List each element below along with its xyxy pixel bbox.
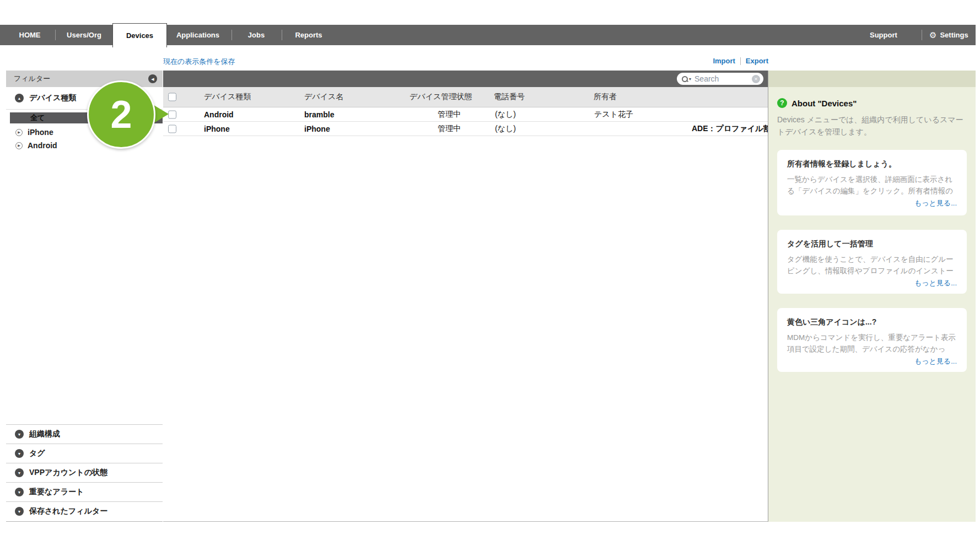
about-header: ? About "Devices": [777, 98, 857, 108]
tree-arrow-icon: ▶: [15, 129, 23, 136]
cell-phone: (なし): [495, 110, 516, 120]
filter-item-all-label: 全て: [30, 113, 45, 123]
search-icon[interactable]: [682, 76, 688, 82]
nav-tab-devices[interactable]: Devices: [112, 23, 167, 47]
tip-card-tags: タグを活用して一括管理 タグ機能を使うことで、デバイスを自由にグルーピングし、情…: [777, 230, 967, 294]
col-owner: 所有者: [594, 92, 617, 102]
search-box: ▾ ×: [677, 73, 763, 85]
help-panel-top-strip: [768, 71, 976, 87]
table-header-row: デバイス種類 デバイス名 デバイス管理状態 電話番号 所有者: [163, 87, 768, 107]
section-tags-label: タグ: [29, 449, 45, 458]
nav-divider: [282, 30, 282, 40]
row-checkbox[interactable]: [168, 125, 176, 133]
see-more-link[interactable]: もっと見る...: [914, 199, 957, 207]
chevron-down-icon: ▼: [15, 468, 24, 477]
about-title: About "Devices": [791, 99, 857, 108]
cell-device-type: Android: [204, 110, 234, 119]
chevron-down-icon: ▼: [15, 430, 24, 439]
filter-item-iphone-label: iPhone: [28, 128, 53, 137]
top-navbar: HOME Users/Org Devices Applications Jobs…: [0, 25, 976, 45]
col-device-type: デバイス種類: [204, 92, 251, 102]
col-device-name: デバイス名: [304, 92, 343, 102]
chevron-up-icon: ▲: [15, 94, 24, 102]
callout-step-number: 2: [111, 93, 132, 137]
cell-mgmt-status: 管理中: [438, 110, 461, 120]
callout-step-badge: 2: [87, 80, 155, 149]
nav-divider: [231, 30, 232, 40]
filter-item-android-label: Android: [28, 141, 57, 150]
filter-header: フィルター ◀: [6, 71, 163, 87]
nav-divider: [55, 30, 56, 40]
filter-title: フィルター: [14, 74, 50, 84]
section-saved-filters-label: 保存されたフィルター: [29, 506, 107, 516]
tip-title: 黄色い三角アイコンは...?: [787, 317, 957, 327]
cell-mgmt-status: 管理中: [438, 124, 461, 134]
nav-tab-users-org[interactable]: Users/Org: [58, 25, 110, 45]
section-important-alerts-label: 重要なアラート: [29, 487, 84, 497]
tip-title: 所有者情報を登録しましょう。: [787, 159, 957, 169]
col-mgmt-status: デバイス管理状態: [410, 92, 472, 102]
nav-tab-jobs[interactable]: Jobs: [234, 25, 278, 45]
cell-device-name: bramble: [304, 110, 334, 119]
settings-label: Settings: [940, 31, 968, 39]
tip-body: タグ機能を使うことで、デバイスを自由にグルーピングし、情報取得やプロファイルのイ…: [787, 254, 957, 277]
chevron-down-icon: ▼: [15, 488, 24, 496]
question-icon: ?: [777, 98, 787, 108]
section-important-alerts[interactable]: ▼ 重要なアラート: [6, 482, 163, 501]
section-org-structure-label: 組織構成: [29, 429, 60, 439]
section-vpp-account-label: VPPアカウントの状態: [29, 468, 107, 478]
nav-tab-reports[interactable]: Reports: [284, 25, 333, 45]
cell-device-name: iPhone: [304, 125, 330, 133]
chevron-down-icon: ▼: [15, 507, 24, 516]
device-table: ▾ × デバイス種類 デバイス名 デバイス管理状態 電話番号 所有者 Andro…: [163, 71, 768, 522]
table-toolbar: ▾ ×: [163, 71, 768, 87]
tip-card-yellow-triangle: 黄色い三角アイコンは...? MDMからコマンドを実行し、重要なアラート表示項目…: [777, 308, 967, 372]
cell-phone: (なし): [495, 124, 516, 134]
nav-tab-applications[interactable]: Applications: [170, 25, 226, 45]
table-row[interactable]: Android bramble 管理中 (なし) テスト花子: [163, 107, 768, 122]
section-device-type-label: デバイス種類: [29, 93, 76, 103]
tree-arrow-icon: ▶: [15, 142, 23, 149]
see-more-link[interactable]: もっと見る...: [914, 279, 957, 287]
section-tags[interactable]: ▼ タグ: [6, 444, 163, 463]
clear-search-icon[interactable]: ×: [752, 75, 760, 83]
search-scope-caret-icon[interactable]: ▾: [689, 77, 691, 82]
table-row[interactable]: iPhone iPhone 管理中 (なし) ADE：プロファイル割: [163, 122, 768, 136]
page: HOME Users/Org Devices Applications Jobs…: [0, 0, 980, 551]
tip-title: タグを活用して一括管理: [787, 239, 957, 249]
support-link[interactable]: Support: [870, 25, 897, 45]
section-saved-filters[interactable]: ▼ 保存されたフィルター: [6, 501, 163, 521]
tip-card-owner-info: 所有者情報を登録しましょう。 一覧からデバイスを選択後、詳細画面に表示される「デ…: [777, 150, 967, 215]
save-current-view-link[interactable]: 現在の表示条件を保存: [163, 57, 235, 67]
cell-ade-status: ADE：プロファイル割: [692, 124, 768, 134]
select-all-checkbox[interactable]: [168, 93, 176, 101]
support-label: Support: [870, 31, 897, 39]
export-link[interactable]: Export: [746, 57, 768, 65]
section-vpp-account[interactable]: ▼ VPPアカウントの状態: [6, 463, 163, 482]
import-link[interactable]: Import: [713, 57, 735, 65]
col-phone-number: 電話番号: [494, 92, 525, 102]
chevron-down-icon: ▼: [15, 449, 24, 458]
nav-tab-home[interactable]: HOME: [10, 25, 50, 45]
section-org-structure[interactable]: ▼ 組織構成: [6, 424, 163, 444]
tip-body: MDMからコマンドを実行し、重要なアラート表示項目で設定した期間、デバイスの応答…: [787, 332, 957, 355]
cell-owner: テスト花子: [594, 110, 633, 120]
see-more-link[interactable]: もっと見る...: [914, 357, 957, 365]
gear-icon: ⚙: [929, 31, 936, 39]
about-intro: Devices メニューでは、組織内で利用しているスマートデバイスを管理します。: [777, 114, 967, 138]
link-separator: [740, 57, 741, 65]
cell-device-type: iPhone: [204, 125, 230, 133]
row-checkbox[interactable]: [168, 110, 176, 118]
nav-divider: [922, 30, 922, 40]
import-export-links: Import Export: [704, 57, 768, 65]
tip-body: 一覧からデバイスを選択後、詳細画面に表示される「デバイスの編集」をクリック。所有…: [787, 174, 957, 197]
search-input[interactable]: [692, 74, 751, 83]
collapse-panel-icon[interactable]: ◀: [148, 74, 157, 83]
help-panel: ? About "Devices" Devices メニューでは、組織内で利用し…: [768, 71, 976, 522]
settings-button[interactable]: ⚙ Settings: [929, 25, 968, 45]
